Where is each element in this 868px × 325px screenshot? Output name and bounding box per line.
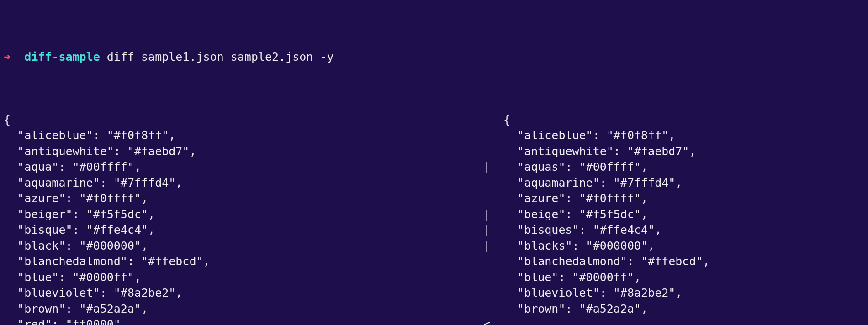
terminal-viewport[interactable]: ➜ diff-sample diff sample1.json sample2.… <box>0 0 868 325</box>
diff-left-cell: "azure": "#f0ffff", <box>4 191 483 207</box>
diff-row: "brown": "#a52a2a", "brown": "#a52a2a", <box>4 301 864 317</box>
diff-left-cell: "blanchedalmond": "#ffebcd", <box>4 254 483 270</box>
diff-marker <box>483 301 503 317</box>
diff-output: {{ "aliceblue": "#f0f8ff", "aliceblue": … <box>4 112 864 325</box>
diff-right-cell: { <box>503 112 864 128</box>
diff-marker <box>483 128 503 144</box>
diff-marker <box>483 175 503 191</box>
diff-left-cell: "aqua": "#00ffff", <box>4 159 483 175</box>
diff-right-cell: "blanchedalmond": "#ffebcd", <box>503 254 864 270</box>
diff-row: "aliceblue": "#f0f8ff", "aliceblue": "#f… <box>4 128 864 144</box>
diff-right-cell: "beige": "#f5f5dc", <box>503 207 864 223</box>
diff-row: "blanchedalmond": "#ffebcd", "blanchedal… <box>4 254 864 270</box>
diff-marker: < <box>483 317 503 325</box>
diff-marker: | <box>483 238 503 254</box>
diff-marker <box>483 254 503 270</box>
diff-right-cell: "antiquewhite": "#faebd7", <box>503 144 864 160</box>
diff-left-cell: "beiger": "#f5f5dc", <box>4 207 483 223</box>
diff-marker: | <box>483 159 503 175</box>
prompt-command: diff sample1.json sample2.json -y <box>107 49 334 65</box>
diff-marker <box>483 112 503 128</box>
diff-left-cell: "bisque": "#ffe4c4", <box>4 222 483 238</box>
diff-right-cell: "blue": "#0000ff", <box>503 270 864 286</box>
diff-right-cell: "blueviolet": "#8a2be2", <box>503 285 864 301</box>
prompt-arrow-icon: ➜ <box>4 49 11 65</box>
diff-left-cell: "red": "ff0000" <box>4 317 483 325</box>
diff-left-cell: { <box>4 112 483 128</box>
diff-right-cell: "aquas": "#00ffff", <box>503 159 864 175</box>
diff-left-cell: "black": "#000000", <box>4 238 483 254</box>
diff-right-cell: "blacks": "#000000", <box>503 238 864 254</box>
diff-row: "aqua": "#00ffff",| "aquas": "#00ffff", <box>4 159 864 175</box>
diff-left-cell: "antiquewhite": "#faebd7", <box>4 144 483 160</box>
diff-row: "blueviolet": "#8a2be2", "blueviolet": "… <box>4 285 864 301</box>
diff-left-cell: "brown": "#a52a2a", <box>4 301 483 317</box>
diff-marker <box>483 285 503 301</box>
diff-row: "black": "#000000",| "blacks": "#000000"… <box>4 238 864 254</box>
diff-row: "beiger": "#f5f5dc",| "beige": "#f5f5dc"… <box>4 207 864 223</box>
diff-row: "aquamarine": "#7fffd4", "aquamarine": "… <box>4 175 864 191</box>
diff-row: "blue": "#0000ff", "blue": "#0000ff", <box>4 270 864 286</box>
diff-marker: | <box>483 207 503 223</box>
diff-marker <box>483 144 503 160</box>
diff-row: "red": "ff0000"< <box>4 317 864 325</box>
diff-right-cell: "brown": "#a52a2a", <box>503 301 864 317</box>
diff-row: {{ <box>4 112 864 128</box>
diff-left-cell: "aquamarine": "#7fffd4", <box>4 175 483 191</box>
diff-right-cell: "azure": "#f0ffff", <box>503 191 864 207</box>
diff-left-cell: "blue": "#0000ff", <box>4 270 483 286</box>
diff-right-cell: "bisques": "#ffe4c4", <box>503 222 864 238</box>
diff-row: "antiquewhite": "#faebd7", "antiquewhite… <box>4 144 864 160</box>
diff-left-cell: "blueviolet": "#8a2be2", <box>4 285 483 301</box>
diff-right-cell: "aliceblue": "#f0f8ff", <box>503 128 864 144</box>
diff-marker: | <box>483 222 503 238</box>
diff-row: "bisque": "#ffe4c4",| "bisques": "#ffe4c… <box>4 222 864 238</box>
diff-right-cell <box>503 317 864 325</box>
diff-marker <box>483 191 503 207</box>
diff-marker <box>483 270 503 286</box>
prompt-line: ➜ diff-sample diff sample1.json sample2.… <box>4 49 864 65</box>
prompt-cwd: diff-sample <box>24 49 100 65</box>
diff-right-cell: "aquamarine": "#7fffd4", <box>503 175 864 191</box>
diff-row: "azure": "#f0ffff", "azure": "#f0ffff", <box>4 191 864 207</box>
diff-left-cell: "aliceblue": "#f0f8ff", <box>4 128 483 144</box>
